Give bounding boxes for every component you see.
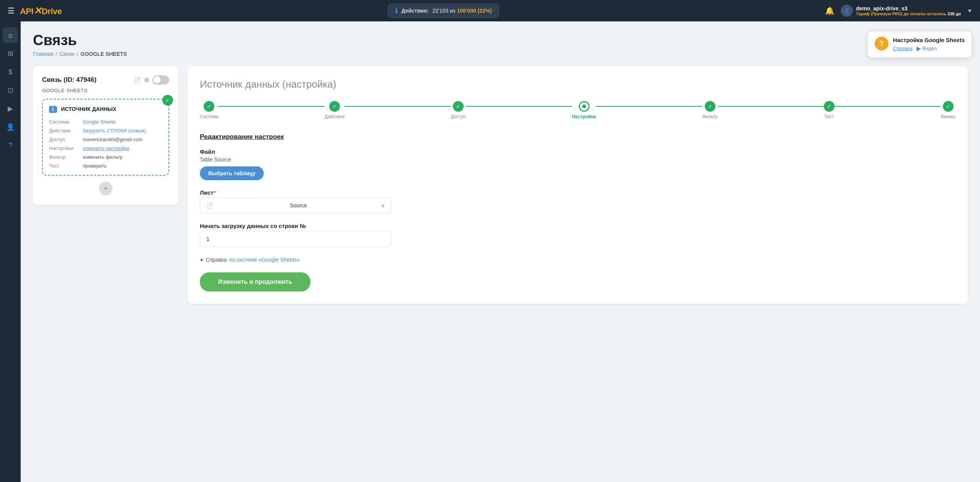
- file-value: Table Source: [200, 156, 956, 163]
- step-settings: Настройки: [572, 101, 596, 119]
- breadcrumb-sep1: /: [56, 51, 57, 57]
- connection-card: Связь (ID: 47946) 📄 ⚙ GOOGLE SHEETS ✓ 1 …: [33, 66, 178, 205]
- bell-icon[interactable]: 🔔: [825, 6, 835, 15]
- user-info: 👤 demo_apix-drive_s3 Тариф |Премиум PRO|…: [841, 5, 961, 17]
- sidebar-item-connections[interactable]: ⊞: [3, 46, 18, 61]
- source-row-system: Система Google Sheets: [49, 119, 162, 125]
- step-action-label: Действие: [325, 114, 345, 119]
- settings-panel: Источник данных (настройка) ✓ Система ✓ …: [188, 66, 968, 304]
- actions-badge: ℹ Действия: 22'103 из 100'000 (22%): [388, 4, 499, 18]
- step-test: ✓ Тест: [824, 101, 835, 119]
- step-filter: ✓ Фильтр: [702, 101, 717, 119]
- step-access: ✓ Доступ: [451, 101, 466, 119]
- source-test-val: проверить: [83, 163, 107, 169]
- sheet-doc-icon: 📄: [206, 202, 213, 208]
- step-line-5: [718, 106, 824, 107]
- step-system-circle: ✓: [204, 101, 214, 112]
- step-finish: ✓ Финиш: [941, 101, 956, 119]
- help-widget-title: Настройка Google Sheets: [893, 37, 965, 43]
- step-filter-label: Фильтр: [702, 114, 717, 119]
- help-question-icon: ?: [875, 37, 889, 50]
- step-filter-circle: ✓: [705, 101, 715, 112]
- user-name: demo_apix-drive_s3: [856, 5, 961, 11]
- info-icon: ℹ: [395, 7, 398, 15]
- step-finish-circle: ✓: [943, 101, 954, 112]
- source-block-title: ИСТОЧНИК ДАННЫХ: [61, 106, 116, 112]
- source-row-access: Доступ maverickandrii@gmail.com: [49, 137, 162, 142]
- step-line-2: [345, 106, 451, 107]
- play-icon: ▶: [916, 45, 921, 52]
- actions-label: Действия:: [402, 8, 429, 14]
- source-num: 1: [49, 106, 57, 113]
- step-finish-label: Финиш: [941, 114, 956, 119]
- logo-text: API✕Drive: [20, 5, 62, 17]
- help-system-link[interactable]: по системе «Google Sheets»: [229, 257, 300, 263]
- add-block-button[interactable]: +: [99, 182, 113, 195]
- help-text-prefix: Справка: [206, 257, 227, 263]
- step-test-circle: ✓: [824, 101, 835, 112]
- sheet-field-group: Лист* 📄 Source ∨: [200, 189, 956, 213]
- sidebar-item-profile[interactable]: 👤: [3, 119, 18, 135]
- two-col-layout: Связь (ID: 47946) 📄 ⚙ GOOGLE SHEETS ✓ 1 …: [33, 66, 968, 304]
- hamburger-icon[interactable]: ☰: [8, 6, 15, 15]
- toggle-knob: [153, 76, 161, 84]
- logo-drive: Drive: [42, 7, 62, 16]
- source-block: ✓ 1 ИСТОЧНИК ДАННЫХ Система Google Sheet…: [42, 99, 169, 176]
- settings-panel-title: Источник данных (настройка): [200, 78, 956, 90]
- connection-toggle[interactable]: [152, 75, 169, 85]
- sheet-dropdown[interactable]: 📄 Source ∨: [200, 197, 391, 213]
- source-check-icon: ✓: [162, 95, 173, 106]
- step-line-6: [835, 106, 941, 107]
- settings-icon[interactable]: ⚙: [144, 77, 149, 84]
- sheet-label: Лист*: [200, 189, 956, 196]
- step-action: ✓ Действие: [325, 101, 345, 119]
- step-access-circle: ✓: [453, 101, 464, 112]
- file-field-group: Файл Table Source Выбрать таблицу: [200, 148, 956, 180]
- help-справка-link[interactable]: Справка: [893, 46, 913, 51]
- breadcrumb-home[interactable]: Главная: [33, 51, 53, 57]
- source-filter-val: изменить фильтр: [83, 154, 123, 160]
- help-circle-icon: ●: [200, 256, 204, 263]
- source-access-val: maverickandrii@gmail.com: [83, 137, 142, 142]
- step-line-3: [466, 106, 572, 107]
- step-test-label: Тест: [825, 114, 834, 119]
- sidebar-item-home[interactable]: ⌂: [3, 28, 18, 43]
- edit-section-title: Редактирование настроек: [200, 133, 956, 141]
- breadcrumb-connections[interactable]: Связи: [59, 51, 74, 57]
- sidebar-item-video[interactable]: ▶: [3, 101, 18, 116]
- step-system: ✓ Система: [200, 101, 218, 119]
- source-row-settings: Настройки изменить настройки: [49, 145, 162, 151]
- dropdown-chevron-icon: ∨: [381, 202, 385, 208]
- sheet-selected-value: Source: [290, 202, 307, 208]
- help-video-link[interactable]: ▶ Видео: [916, 45, 937, 52]
- connection-icons: 📄 ⚙: [133, 75, 169, 85]
- row-number-input[interactable]: [200, 231, 391, 247]
- select-table-button[interactable]: Выбрать таблицу: [200, 166, 264, 180]
- sidebar-item-help[interactable]: ?: [3, 138, 18, 153]
- main-content: Связь Главная / Связи / GOOGLE SHEETS Св…: [21, 21, 980, 482]
- connection-title: Связь (ID: 47946): [42, 76, 96, 84]
- breadcrumb: Главная / Связи / GOOGLE SHEETS: [33, 51, 968, 57]
- steps-bar: ✓ Система ✓ Действие ✓ Доступ: [200, 101, 956, 119]
- source-row-action: Действие Загрузить СТРОКИ (новые): [49, 128, 162, 134]
- breadcrumb-current: GOOGLE SHEETS: [80, 51, 127, 57]
- source-settings-link[interactable]: изменить настройки: [83, 145, 129, 151]
- sidebar: ⌂ ⊞ $ ⊡ ▶ 👤 ?: [0, 21, 21, 482]
- source-action-link[interactable]: Загрузить СТРОКИ (новые): [83, 128, 146, 134]
- step-access-label: Доступ: [451, 114, 466, 119]
- breadcrumb-sep2: /: [77, 51, 78, 57]
- source-system-link[interactable]: Google Sheets: [83, 119, 116, 125]
- avatar: 👤: [841, 5, 853, 17]
- user-chevron-icon[interactable]: ▼: [967, 8, 972, 14]
- sidebar-item-integrations[interactable]: ⊡: [3, 83, 18, 98]
- step-system-label: Система: [200, 114, 218, 119]
- user-details: demo_apix-drive_s3 Тариф |Премиум PRO| д…: [856, 5, 961, 16]
- help-links: Справка ▶ Видео: [893, 45, 965, 52]
- google-sheets-label: GOOGLE SHEETS: [42, 88, 169, 93]
- step-line-1: [218, 106, 324, 107]
- step-action-circle: ✓: [329, 101, 340, 112]
- doc-icon[interactable]: 📄: [133, 77, 141, 84]
- submit-button[interactable]: Изменить и продолжить: [200, 272, 310, 291]
- step-settings-label: Настройки: [572, 114, 596, 119]
- sidebar-item-billing[interactable]: $: [3, 64, 18, 80]
